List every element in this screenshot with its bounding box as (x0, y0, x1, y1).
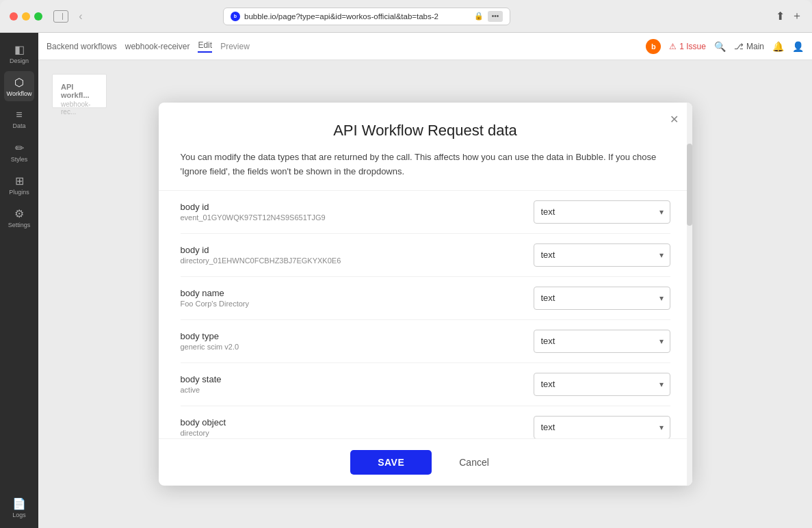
modal-overlay: ✕ API Workflow Request data You can modi… (38, 60, 812, 528)
styles-icon: ✏ (15, 142, 24, 155)
user-icon[interactable]: 👤 (792, 41, 804, 52)
branch-icon: ⎇ (734, 42, 744, 51)
form-row-left-3: body type generic scim v2.0 (181, 331, 520, 351)
notification-icon[interactable]: 🔔 (772, 41, 784, 52)
sidebar-item-data[interactable]: ≡ Data (4, 104, 34, 134)
field-label-5: body object (181, 417, 520, 427)
url-text: bubble.io/page?type=api&id=workos-offici… (244, 12, 470, 21)
back-button[interactable]: ‹ (74, 10, 88, 23)
lock-icon: 🔒 (474, 12, 484, 21)
form-row-right-4: text number date boolean Ignore field (534, 373, 670, 396)
field-sublabel-1: directory_01EHWNC0FCBHZ3BJ7EGKYXK0E6 (181, 256, 520, 265)
modal-dialog: ✕ API Workflow Request data You can modi… (159, 103, 692, 486)
select-field-1[interactable]: text number date boolean Ignore field (534, 243, 670, 267)
form-row-body-state: body state active text number date boo (181, 363, 670, 406)
modal-title: API Workflow Request data (181, 122, 670, 140)
dropdown-2[interactable]: text number date boolean Ignore field (534, 287, 670, 310)
field-label-1: body id (181, 245, 520, 255)
field-sublabel-2: Foo Corp's Directory (181, 300, 520, 308)
form-row-left-4: body state active (181, 374, 520, 394)
top-bar: Backend workflows webhook-receiver Edit … (38, 33, 812, 60)
form-row-body-object: body object directory text number date (181, 406, 670, 438)
field-label-0: body id (181, 202, 520, 212)
select-field-0[interactable]: text number date boolean Ignore field (534, 200, 670, 224)
tab-webhook-receiver[interactable]: webhook-receiver (125, 42, 190, 51)
field-sublabel-3: generic scim v2.0 (181, 343, 520, 351)
maximize-button[interactable] (34, 12, 42, 21)
form-row-left-2: body name Foo Corp's Directory (181, 288, 520, 308)
browser-logo: b (231, 12, 240, 21)
issue-count: 1 Issue (679, 42, 706, 51)
form-row-right-3: text number date boolean Ignore field (534, 330, 670, 353)
share-icon[interactable]: ⬆ (776, 10, 785, 23)
dropdown-4[interactable]: text number date boolean Ignore field (534, 373, 670, 396)
field-sublabel-5: directory (181, 429, 520, 437)
app-logo: b (646, 39, 661, 54)
form-row-right-2: text number date boolean Ignore field (534, 287, 670, 310)
form-row-right-0: text number date boolean Ignore field (534, 200, 670, 224)
modal-scrollbar[interactable] (687, 103, 692, 486)
warning-icon: ⚠ (669, 42, 677, 51)
workflow-icon: ⬡ (14, 76, 24, 89)
issue-badge-container[interactable]: ⚠ 1 Issue (669, 42, 706, 51)
dropdown-1[interactable]: text number date boolean Ignore field (534, 243, 670, 267)
form-row-right-5: text number date boolean Ignore field (534, 416, 670, 438)
settings-icon: ⚙ (14, 207, 24, 220)
tab-preview[interactable]: Preview (220, 42, 250, 51)
main-branch-btn[interactable]: ⎇ Main (734, 42, 764, 51)
select-field-2[interactable]: text number date boolean Ignore field (534, 287, 670, 310)
modal-body: body id event_01GY0WQK97ST12N4S9S651TJG9… (159, 191, 692, 438)
form-row-left-5: body object directory (181, 417, 520, 437)
select-field-4[interactable]: text number date boolean Ignore field (534, 373, 670, 396)
sidebar-item-workflow[interactable]: ⬡ Workflow (4, 71, 34, 101)
new-tab-icon[interactable]: ＋ (791, 9, 802, 23)
form-row-right-1: text number date boolean Ignore field (534, 243, 670, 267)
form-row-left-1: body id directory_01EHWNC0FCBHZ3BJ7EGKYX… (181, 245, 520, 265)
modal-footer: SAVE Cancel (159, 438, 692, 486)
left-sidebar: ◧ Design ⬡ Workflow ≡ Data ✏ Styles ⊞ Pl… (0, 33, 38, 528)
cancel-button[interactable]: Cancel (448, 450, 500, 475)
sidebar-item-design[interactable]: ◧ Design (4, 38, 34, 68)
form-row-left-0: body id event_01GY0WQK97ST12N4S9S651TJG9 (181, 202, 520, 222)
save-button[interactable]: SAVE (350, 450, 432, 475)
modal-header: API Workflow Request data You can modify… (159, 103, 692, 191)
logs-icon: 📄 (12, 497, 26, 510)
dropdown-5[interactable]: text number date boolean Ignore field (534, 416, 670, 438)
tab-edit[interactable]: Edit (198, 40, 212, 53)
modal-description: You can modify the data types that are r… (181, 150, 670, 179)
form-row-body-name: body name Foo Corp's Directory text numb… (181, 277, 670, 320)
dropdown-3[interactable]: text number date boolean Ignore field (534, 330, 670, 353)
modal-close-button[interactable]: ✕ (666, 111, 683, 127)
traffic-lights (10, 12, 42, 21)
sidebar-item-settings[interactable]: ⚙ Settings (4, 202, 34, 233)
form-row-body-type: body type generic scim v2.0 text number … (181, 320, 670, 363)
scrollbar-thumb[interactable] (687, 144, 692, 226)
browser-nav: ‹ (74, 10, 88, 23)
minimize-button[interactable] (22, 12, 30, 21)
field-label-4: body state (181, 374, 520, 384)
form-row-body-id-1: body id event_01GY0WQK97ST12N4S9S651TJG9… (181, 191, 670, 234)
sidebar-toggle-icon[interactable] (53, 10, 68, 23)
sidebar-item-logs[interactable]: 📄 Logs (4, 492, 34, 523)
field-sublabel-0: event_01GY0WQK97ST12N4S9S651TJG9 (181, 213, 520, 222)
select-field-3[interactable]: text number date boolean Ignore field (534, 330, 670, 353)
sidebar-item-plugins[interactable]: ⊞ Plugins (4, 170, 34, 200)
design-icon: ◧ (14, 43, 25, 56)
close-button[interactable] (10, 12, 18, 21)
field-label-2: body name (181, 288, 520, 298)
browser-action-buttons: ⬆ ＋ (776, 9, 802, 23)
sidebar-item-styles[interactable]: ✏ Styles (4, 137, 34, 167)
form-row-body-id-2: body id directory_01EHWNC0FCBHZ3BJ7EGKYX… (181, 234, 670, 277)
select-field-5[interactable]: text number date boolean Ignore field (534, 416, 670, 438)
more-icon[interactable]: ••• (488, 11, 503, 22)
field-label-3: body type (181, 331, 520, 341)
address-bar[interactable]: b bubble.io/page?type=api&id=workos-offi… (223, 8, 510, 25)
data-icon: ≡ (16, 109, 22, 121)
search-icon[interactable]: 🔍 (714, 41, 726, 52)
plugins-icon: ⊞ (15, 174, 24, 187)
tab-backend-workflows[interactable]: Backend workflows (47, 42, 117, 51)
field-sublabel-4: active (181, 386, 520, 394)
dropdown-0[interactable]: text number date boolean Ignore field (534, 200, 670, 224)
